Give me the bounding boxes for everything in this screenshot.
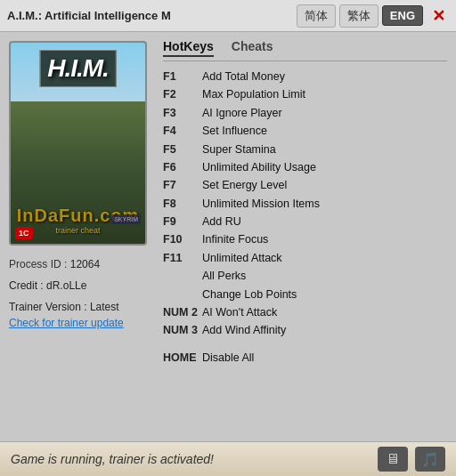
hotkey-key: F11 (163, 250, 202, 267)
hotkey-row: F2Max Population Limit (163, 86, 447, 103)
hotkey-row: F11Unlimited Attack (163, 250, 447, 267)
hotkey-key: NUM 3 (163, 322, 202, 339)
hotkey-key: F4 (163, 123, 202, 140)
hotkey-label: Unlimited Attack (202, 250, 282, 267)
update-link[interactable]: Check for trainer update (9, 317, 147, 329)
hotkey-label: Set Influence (202, 123, 267, 140)
hotkey-key: F6 (163, 159, 202, 176)
watermark-sub-text: trainer cheat (17, 226, 140, 235)
hotkey-row: All Perks (163, 268, 447, 285)
hotkey-row: F10Infinite Focus (163, 231, 447, 248)
game-logo-text: H.I.M. (47, 54, 109, 83)
trainer-version-value: Latest (90, 301, 119, 313)
hotkey-row: F6Unlimited Ability Usage (163, 159, 447, 176)
main-area: H.I.M. InDaFun.com trainer cheat 1C SKYR… (0, 32, 456, 441)
hotkey-row: NUM 2AI Won't Attack (163, 304, 447, 321)
hotkey-label: Unlimited Mission Items (202, 196, 320, 213)
hotkey-row: F7Set Energy Level (163, 177, 447, 194)
process-id-value: 12064 (70, 258, 100, 270)
hotkey-row: F3AI Ignore Player (163, 105, 447, 122)
hotkeys-list: F1Add Total MoneyF2Max Population LimitF… (163, 69, 447, 434)
hotkey-label: Infinite Focus (202, 231, 268, 248)
hotkey-row: F4Set Influence (163, 123, 447, 140)
process-id-label: Process ID : (9, 258, 67, 270)
hotkey-key: F3 (163, 105, 202, 122)
credit-label: Credit : (9, 279, 44, 292)
hotkey-key: F7 (163, 177, 202, 194)
credit-info: Credit : dR.oLLe (9, 279, 147, 292)
window-title: A.I.M.: Artificial Intelligence M (7, 9, 293, 22)
trainer-version-label: Trainer Version : (9, 301, 87, 313)
tab-hotkeys[interactable]: HotKeys (163, 39, 214, 57)
home-key: HOME (163, 350, 202, 367)
music-icon[interactable]: 🎵 (415, 447, 445, 472)
game-logo-box: H.I.M. (39, 50, 117, 87)
hotkey-label: Unlimited Ability Usage (202, 159, 316, 176)
hotkey-label: AI Won't Attack (202, 304, 277, 321)
status-text: Game is running, trainer is activated! (11, 452, 370, 466)
close-button[interactable]: ✕ (428, 6, 449, 26)
hotkey-row: F5Super Stamina (163, 141, 447, 158)
hotkey-label: Add Total Money (202, 69, 285, 85)
process-info: Process ID : 12064 (9, 258, 147, 270)
hotkey-key: F9 (163, 214, 202, 230)
left-panel: H.I.M. InDaFun.com trainer cheat 1C SKYR… (0, 32, 156, 441)
hotkey-label: Change Lob Points (202, 286, 297, 303)
hotkey-row: F8Unlimited Mission Items (163, 196, 447, 213)
home-label: Disable All (202, 350, 254, 367)
lang-simplified[interactable]: 简体 (297, 4, 336, 28)
badge-skyrim: SKYRIM (111, 214, 141, 224)
hotkey-key: F2 (163, 86, 202, 103)
lang-english[interactable]: ENG (382, 5, 423, 26)
badge-1c: 1C (15, 227, 33, 239)
hotkey-label: Super Stamina (202, 141, 276, 158)
tab-cheats[interactable]: Cheats (232, 39, 273, 57)
hotkey-key: F8 (163, 196, 202, 213)
credit-value: dR.oLLe (46, 279, 86, 292)
tabs-container: HotKeys Cheats (163, 39, 447, 61)
hotkey-label: Max Population Limit (202, 86, 305, 103)
status-bar: Game is running, trainer is activated! 🖥… (0, 441, 456, 476)
trainer-version: Trainer Version : Latest Check for train… (9, 301, 147, 329)
hotkey-label: Set Energy Level (202, 177, 287, 194)
game-cover-image: H.I.M. InDaFun.com trainer cheat 1C SKYR… (9, 41, 147, 246)
hotkey-key: F5 (163, 141, 202, 158)
hotkey-key: F10 (163, 231, 202, 248)
hotkey-row: F1Add Total Money (163, 69, 447, 85)
hotkey-label: All Perks (202, 268, 246, 285)
hotkey-key: F1 (163, 69, 202, 85)
hotkey-row: Change Lob Points (163, 286, 447, 303)
home-hotkey-row: HOMEDisable All (163, 350, 447, 367)
hotkey-key: NUM 2 (163, 304, 202, 321)
hotkey-label: AI Ignore Player (202, 105, 282, 122)
hotkey-row: NUM 3Add Wind Affinity (163, 322, 447, 339)
hotkey-row: F9Add RU (163, 214, 447, 230)
monitor-icon[interactable]: 🖥 (378, 447, 408, 472)
right-panel: HotKeys Cheats F1Add Total MoneyF2Max Po… (156, 32, 456, 441)
title-bar: A.I.M.: Artificial Intelligence M 简体 繁体 … (0, 0, 456, 32)
hotkey-label: Add Wind Affinity (202, 322, 286, 339)
lang-traditional[interactable]: 繁体 (339, 4, 379, 28)
hotkey-label: Add RU (202, 214, 241, 230)
